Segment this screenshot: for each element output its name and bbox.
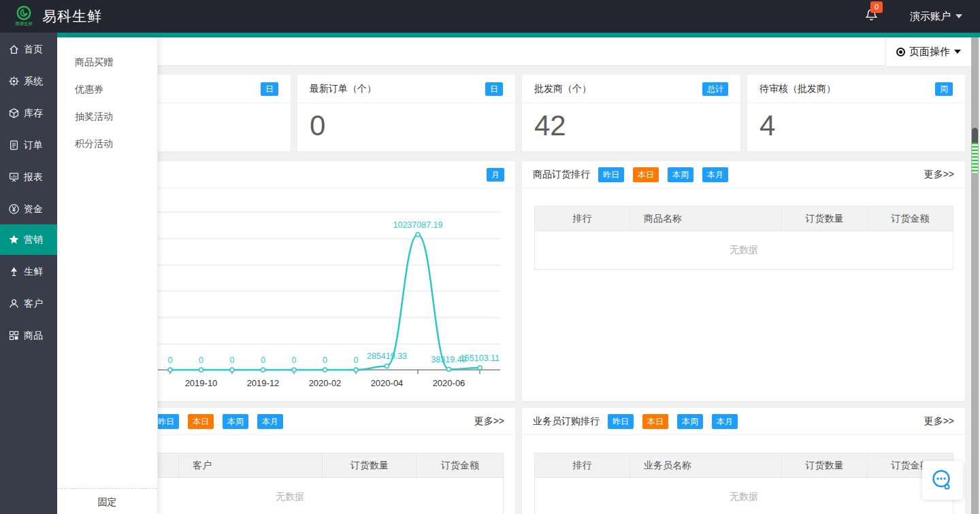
stat-title: 批发商（个）: [534, 83, 591, 95]
rank-tabs: 昨日本日本周本月: [153, 414, 283, 429]
table-header-cell: 订货数量: [782, 453, 868, 478]
pin-button[interactable]: 固定: [57, 488, 157, 514]
tab-week[interactable]: 本周: [677, 414, 703, 429]
svg-text:2020-06: 2020-06: [433, 378, 466, 388]
table-header-cell: 订货数量: [782, 207, 868, 231]
tab-week[interactable]: 本周: [223, 414, 248, 429]
more-link[interactable]: 更多>>: [474, 415, 504, 428]
stat-value: 4: [747, 109, 965, 142]
table-header-cell: 业务员名称: [630, 453, 782, 478]
table-header-cell: 客户: [179, 453, 323, 478]
radio-icon: [896, 48, 905, 56]
tab-month[interactable]: 本月: [702, 167, 728, 182]
period-badge: 日: [485, 82, 503, 96]
stat-card-latest-orders: 最新订单（个） 日 0: [297, 75, 515, 152]
user-icon: [8, 298, 20, 309]
stat-value: 0: [297, 109, 515, 142]
sidebar-item-label: 报表: [24, 171, 43, 184]
product-rank-table: 排行商品名称订货数量订货金额 无数据: [534, 206, 953, 270]
sidebar-item-reports[interactable]: 报表: [0, 162, 57, 192]
tree-icon: [8, 266, 20, 277]
scrollbar-thumb[interactable]: [972, 128, 978, 174]
table-header-cell: 排行: [535, 207, 630, 231]
table-header-cell: 商品名称: [630, 207, 782, 231]
sidebar-item-label: 营销: [24, 234, 43, 246]
svg-text:2019-12: 2019-12: [247, 378, 280, 388]
more-link[interactable]: 更多>>: [924, 415, 954, 428]
submenu-item-points[interactable]: 积分活动: [57, 130, 157, 157]
tab-week[interactable]: 本周: [668, 167, 693, 182]
yen-icon: [8, 203, 20, 215]
tab-yesterday[interactable]: 昨日: [598, 167, 624, 182]
svg-text:2020-02: 2020-02: [309, 378, 342, 388]
table-header-cell: 订货数量: [323, 453, 417, 478]
sidebar-item-orders[interactable]: 订单: [0, 130, 57, 160]
stat-value: 42: [522, 109, 740, 142]
stat-title: 最新订单（个）: [310, 83, 376, 95]
svg-text:0: 0: [323, 356, 327, 365]
empty-row: 无数据: [535, 478, 953, 514]
chat-bubble-icon: [930, 468, 956, 493]
sidebar-item-home[interactable]: 首页: [0, 34, 57, 65]
tab-today[interactable]: 本日: [642, 414, 668, 429]
chevron-down-icon: [956, 14, 962, 18]
account-menu[interactable]: 演示账户: [910, 10, 962, 23]
sidebar-item-label: 生鲜: [24, 266, 43, 278]
accent-strip: [57, 33, 980, 37]
sidebar-item-marketing[interactable]: 营销: [0, 224, 57, 255]
svg-text:2020-04: 2020-04: [371, 378, 404, 388]
tab-month[interactable]: 本月: [712, 414, 738, 429]
table-header-cell: 订货金额: [417, 453, 504, 478]
cube-icon: [8, 107, 20, 119]
sidebar-item-inventory[interactable]: 库存: [0, 98, 57, 128]
salesman-rank-card: 业务员订购排行 昨日本日本周本月 更多>> 排行业务员名称订货数量订货金额 无数…: [522, 408, 965, 514]
submenu-item-product-gift[interactable]: 商品买赠: [57, 48, 157, 75]
tab-bar: 页面操作: [57, 37, 971, 66]
submenu-item-coupon[interactable]: 优惠券: [57, 75, 157, 103]
sidebar-item-label: 首页: [24, 44, 43, 56]
star-icon: [8, 234, 20, 245]
page-actions-label: 页面操作: [909, 46, 950, 58]
svg-text:2019-10: 2019-10: [185, 378, 218, 388]
scrollbar-track[interactable]: [971, 37, 979, 514]
svg-text:0: 0: [292, 356, 297, 365]
chevron-down-icon: [954, 50, 961, 54]
notifications-button[interactable]: 0: [864, 7, 879, 25]
rank-tabs: 昨日本日本周本月: [598, 167, 728, 182]
board-icon: [8, 171, 20, 183]
tab-today[interactable]: 本日: [188, 414, 214, 429]
stat-title: 待审核（批发商）: [760, 83, 836, 95]
notification-badge: 0: [870, 1, 883, 13]
more-link[interactable]: 更多>>: [924, 169, 954, 181]
topbar: 挪挪生鲜 易科生鲜 0 演示账户: [0, 0, 980, 33]
period-badge: 周: [935, 82, 953, 96]
logo: 挪挪生鲜: [8, 5, 39, 27]
page-actions-button[interactable]: 页面操作: [885, 37, 971, 66]
sidebar-item-goods[interactable]: 商品: [0, 320, 57, 351]
salesman-rank-table: 排行业务员名称订货数量订货金额 无数据: [534, 453, 953, 514]
marketing-submenu: 商品买赠优惠券抽奖活动积分活动 固定: [57, 37, 158, 514]
submenu-item-lottery[interactable]: 抽奖活动: [57, 103, 157, 130]
account-name: 演示账户: [910, 10, 951, 23]
sidebar-item-label: 资金: [24, 203, 43, 216]
app-title: 易科生鲜: [42, 7, 102, 26]
sidebar-item-fresh[interactable]: 生鲜: [0, 256, 57, 287]
svg-text:0: 0: [261, 356, 265, 365]
tab-today[interactable]: 本日: [633, 167, 659, 182]
sidebar-item-system[interactable]: 系统: [0, 66, 57, 97]
tab-month[interactable]: 本月: [257, 414, 283, 429]
logo-subtext: 挪挪生鲜: [15, 21, 33, 27]
tab-yesterday[interactable]: 昨日: [608, 414, 634, 429]
chat-widget-button[interactable]: [922, 461, 963, 500]
svg-text:285419.33: 285419.33: [367, 352, 407, 361]
period-badge: 总计: [702, 82, 728, 96]
grid-icon: [8, 330, 20, 341]
sidebar-item-customers[interactable]: 客户: [0, 288, 57, 319]
table-header-cell: 订货金额: [868, 207, 953, 231]
sidebar: 首页系统库存订单报表资金营销生鲜客户商品: [0, 33, 57, 514]
svg-text:0: 0: [168, 356, 173, 365]
svg-text:155103.11: 155103.11: [460, 354, 500, 363]
sidebar-item-label: 系统: [24, 75, 43, 88]
sidebar-item-label: 订单: [24, 139, 43, 152]
sidebar-item-funds[interactable]: 资金: [0, 194, 57, 224]
